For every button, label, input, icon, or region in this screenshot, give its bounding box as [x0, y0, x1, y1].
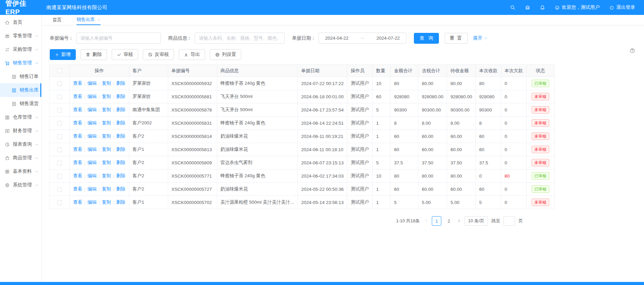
- row-checkbox[interactable]: [57, 147, 62, 152]
- copy-link[interactable]: 复制: [100, 107, 113, 113]
- sidebar-item-sales-return[interactable]: 销售退货: [0, 97, 41, 110]
- bell-icon[interactable]: [540, 5, 545, 10]
- audit-button[interactable]: 审核: [112, 49, 138, 60]
- sidebar-item-purchase[interactable]: 采购管理: [0, 43, 41, 56]
- expand-toggle[interactable]: 展开: [473, 35, 488, 41]
- row-checkbox[interactable]: [57, 108, 62, 113]
- view-link[interactable]: 查看: [71, 107, 84, 113]
- help-icon[interactable]: [629, 48, 635, 54]
- customer-cell: 客户2: [129, 130, 168, 143]
- add-button[interactable]: 新增: [50, 49, 76, 60]
- prev-page-icon[interactable]: [424, 219, 428, 223]
- select-all-checkbox[interactable]: [57, 68, 62, 73]
- logout-button[interactable]: 退出登录: [609, 4, 635, 11]
- chevron-down-icon: [35, 156, 39, 160]
- copy-link[interactable]: 复制: [100, 173, 113, 179]
- page-number-2[interactable]: 2: [444, 216, 453, 226]
- delete-link[interactable]: 删除: [114, 173, 128, 179]
- sidebar-item-system[interactable]: 系统管理: [0, 178, 41, 192]
- row-checkbox[interactable]: [57, 200, 62, 205]
- sidebar-item-report[interactable]: 报表查询: [0, 138, 41, 151]
- chevron-down-icon: [35, 143, 39, 146]
- export-button[interactable]: 导出: [179, 49, 205, 60]
- date-range-picker[interactable]: 2024-04-22 ~ 2024-07-22: [318, 33, 406, 44]
- copy-link[interactable]: 复制: [100, 186, 113, 192]
- page-size-select[interactable]: 10 条/页: [464, 216, 488, 226]
- delete-link[interactable]: 删除: [114, 160, 128, 166]
- welcome-user[interactable]: 欢迎您，测试用户: [555, 4, 600, 11]
- date-start[interactable]: 2024-04-22: [325, 36, 349, 41]
- amount-cell: 8: [391, 117, 418, 130]
- copy-link[interactable]: 复制: [100, 94, 113, 100]
- delete-link[interactable]: 删除: [114, 120, 128, 126]
- delete-link[interactable]: 删除: [114, 80, 128, 86]
- view-link[interactable]: 查看: [71, 80, 84, 86]
- edit-link[interactable]: 编辑: [86, 146, 99, 152]
- columns-button[interactable]: 列设置: [210, 49, 241, 60]
- delete-link[interactable]: 删除: [114, 107, 128, 113]
- view-link[interactable]: 查看: [71, 173, 84, 179]
- edit-link[interactable]: 编辑: [86, 186, 99, 192]
- edit-link[interactable]: 编辑: [86, 94, 99, 100]
- delete-link[interactable]: 删除: [114, 146, 128, 152]
- reset-button[interactable]: 重 置: [445, 33, 468, 44]
- product-info-input[interactable]: [195, 33, 285, 44]
- delete-link[interactable]: 删除: [114, 199, 128, 205]
- copy-link[interactable]: 复制: [100, 160, 113, 166]
- bank-icon[interactable]: [525, 5, 530, 10]
- copy-link[interactable]: 复制: [100, 133, 113, 139]
- sidebar-item-sales-outbound[interactable]: 销售出库: [0, 83, 41, 97]
- next-page-icon[interactable]: [457, 219, 461, 223]
- view-link[interactable]: 查看: [71, 160, 84, 166]
- edit-link[interactable]: 编辑: [86, 160, 99, 166]
- sidebar-item-basic[interactable]: 基本资料: [0, 165, 41, 178]
- sidebar-item-sales[interactable]: 销售管理: [0, 56, 41, 70]
- copy-link[interactable]: 复制: [100, 199, 113, 205]
- unaudit-button[interactable]: 反审核: [143, 49, 174, 60]
- query-button[interactable]: 查 询: [414, 33, 439, 44]
- jump-page-input[interactable]: [504, 216, 515, 226]
- edit-link[interactable]: 编辑: [86, 107, 99, 113]
- copy-link[interactable]: 复制: [100, 120, 113, 126]
- view-link[interactable]: 查看: [71, 133, 84, 139]
- view-link[interactable]: 查看: [71, 94, 84, 100]
- copy-link[interactable]: 复制: [100, 80, 113, 86]
- delete-link[interactable]: 删除: [114, 133, 128, 139]
- copy-link[interactable]: 复制: [100, 146, 113, 152]
- close-icon[interactable]: [97, 18, 101, 21]
- view-link[interactable]: 查看: [71, 146, 84, 152]
- view-link[interactable]: 查看: [71, 186, 84, 192]
- row-checkbox[interactable]: [57, 134, 62, 139]
- sidebar-item-retail[interactable]: 零售管理: [0, 29, 41, 43]
- edit-link[interactable]: 编辑: [86, 120, 99, 126]
- column-header: 含税合计: [418, 65, 447, 77]
- delete-link[interactable]: 删除: [114, 186, 128, 192]
- sidebar-item-warehouse[interactable]: 仓库管理: [0, 110, 41, 124]
- row-checkbox[interactable]: [57, 187, 62, 192]
- tab-home[interactable]: 首页: [52, 15, 62, 25]
- date-cell: 2024-06-02 17:34:03: [298, 169, 347, 183]
- sidebar-item-product[interactable]: 商品管理: [0, 151, 41, 165]
- sidebar-item-finance[interactable]: 财务管理: [0, 124, 41, 138]
- row-checkbox[interactable]: [57, 174, 62, 179]
- tab-sales-outbound[interactable]: 销售出库: [76, 15, 101, 25]
- edit-link[interactable]: 编辑: [86, 173, 99, 179]
- row-checkbox[interactable]: [57, 95, 62, 99]
- edit-link[interactable]: 编辑: [86, 199, 99, 205]
- view-link[interactable]: 查看: [71, 199, 84, 205]
- row-checkbox[interactable]: [57, 121, 62, 126]
- date-end[interactable]: 2024-07-22: [376, 36, 400, 41]
- delete-button[interactable]: 删除: [81, 49, 107, 60]
- view-link[interactable]: 查看: [71, 120, 84, 126]
- delete-link[interactable]: 删除: [114, 94, 128, 100]
- page-number-1[interactable]: 1: [432, 216, 441, 226]
- row-checkbox[interactable]: [57, 81, 62, 86]
- customer-cell: 客户2: [129, 183, 168, 196]
- search-icon[interactable]: [510, 5, 515, 10]
- edit-link[interactable]: 编辑: [86, 80, 99, 86]
- bill-no-input[interactable]: [76, 33, 161, 44]
- edit-link[interactable]: 编辑: [86, 133, 99, 139]
- sidebar-item-sales-order[interactable]: 销售订单: [0, 70, 41, 83]
- sidebar-item-home[interactable]: 首页: [0, 16, 41, 29]
- row-checkbox[interactable]: [57, 161, 62, 165]
